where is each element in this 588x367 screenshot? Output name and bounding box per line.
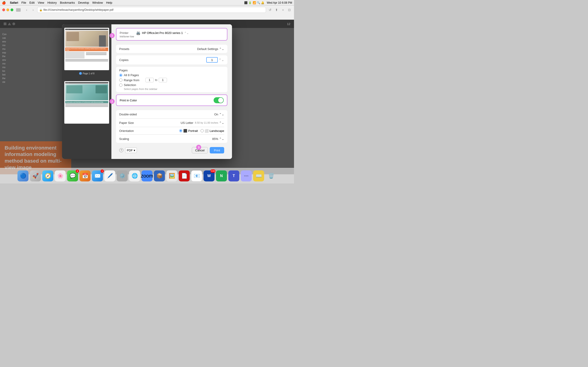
printer-name: Printer 🖨️ HP OfficeJet Pro 8020 series … [120, 31, 224, 35]
presets-chevron-icon[interactable]: ⌃⌄ [219, 47, 224, 51]
lock-icon: 🔒 [39, 8, 43, 11]
menu-file[interactable]: File [21, 1, 26, 4]
dock-mail[interactable]: ✉️ 1 [92, 170, 103, 181]
pdf-dropdown[interactable]: PDF ▾ [125, 148, 137, 153]
step-number-1: 1 [110, 33, 115, 38]
dock-finder[interactable]: 🔵 [17, 170, 28, 181]
menu-window[interactable]: Window [92, 1, 103, 4]
orientation-portrait[interactable]: ⬛ Portrait [179, 129, 198, 133]
print-dialog: Building environment information modelin… [62, 24, 232, 159]
help-button[interactable]: ? [119, 148, 123, 152]
dock-calendar[interactable]: 📅 [79, 170, 90, 181]
menu-edit[interactable]: Edit [29, 1, 35, 4]
back-button[interactable]: ‹ [24, 8, 29, 12]
double-sided-chevron-icon[interactable]: ⌃⌄ [219, 113, 224, 116]
pages-selection-row[interactable]: Selection [119, 83, 224, 87]
thumb-page-1[interactable]: Building environment information modelin… [64, 28, 109, 70]
new-tab-button[interactable]: + [281, 8, 285, 12]
range-to-label: to [155, 78, 157, 82]
scaling-value[interactable]: 85% ⌃⌄ [140, 137, 224, 141]
apple-menu[interactable]: 🍎 [2, 1, 6, 5]
paper-size-value[interactable]: US Letter 8.50 by 11.00 inches ⌃⌄ [140, 121, 224, 125]
printer-chevron-icon[interactable]: ⌃⌄ [184, 31, 189, 35]
dock-launchpad[interactable]: 🚀 [30, 170, 41, 181]
dock-safari[interactable]: 🧭 [42, 170, 53, 181]
window-controls[interactable] [2, 8, 13, 11]
dock-trash[interactable]: 🗑️ [266, 170, 277, 181]
pdf-label: PDF [127, 149, 133, 152]
reload-button[interactable]: ↺ [268, 8, 272, 12]
color-toggle[interactable] [214, 97, 224, 103]
portrait-icon: ⬛ [183, 129, 187, 133]
dock-dropbox[interactable]: 📦 [154, 170, 165, 181]
dock-numbers[interactable]: N [216, 170, 227, 181]
menu-help[interactable]: Help [106, 1, 112, 4]
app-menu-safari[interactable]: Safari [10, 1, 18, 4]
sidebar-toggle[interactable] [16, 8, 21, 12]
share-button[interactable]: ⬆ [274, 8, 279, 12]
copies-row: Copies ⌃⌄ [116, 55, 227, 65]
thumb-text-2 [65, 104, 108, 107]
thumb-text-1 [65, 59, 108, 62]
dock-settings[interactable]: ⚙️ [117, 170, 128, 181]
dock-photos[interactable]: 🌸 [55, 170, 66, 181]
menu-develop[interactable]: Develop [78, 1, 89, 4]
menu-view[interactable]: View [38, 1, 44, 4]
minimize-button[interactable] [6, 8, 9, 11]
dock-keystroke[interactable]: ⌨️ [253, 170, 264, 181]
forward-button[interactable]: › [31, 8, 35, 12]
page-preview-2[interactable]: Preservation and Inheritance of Architec… [64, 81, 109, 124]
copies-input[interactable] [206, 57, 218, 63]
range-to-input[interactable] [159, 78, 167, 82]
pages-range-radio[interactable] [119, 78, 122, 82]
orientation-row: Orientation ⬛ Portrait ⬜ [116, 127, 227, 134]
print-dialog-overlay: Building environment information modelin… [0, 20, 294, 174]
menu-history[interactable]: History [47, 1, 57, 4]
print-button[interactable]: Print [210, 147, 224, 153]
dock-freeform[interactable]: 🖊️ [104, 170, 115, 181]
paper-size-chevron-icon[interactable]: ⌃⌄ [219, 121, 224, 125]
orientation-options: ⬛ Portrait ⬜ Landscape [140, 129, 224, 133]
portrait-radio[interactable] [179, 129, 182, 132]
close-button[interactable] [2, 8, 5, 11]
step-number-2: 2 [110, 99, 115, 104]
dock-chrome[interactable]: 🌐 [129, 170, 140, 181]
presets-row: Presets Default Settings ⌃⌄ [116, 45, 227, 53]
pages-selection-radio[interactable] [119, 83, 122, 87]
range-from-input[interactable] [145, 78, 154, 82]
dock-acrobat[interactable]: 📄 [179, 170, 190, 181]
dock-outlook[interactable]: 📧 [191, 170, 202, 181]
sidebar-right-button[interactable]: ⊡ [287, 8, 292, 12]
landscape-radio[interactable] [200, 129, 204, 132]
page-check-icon: ✓ [79, 72, 82, 75]
preview-panel: Building environment information modelin… [62, 24, 111, 159]
pages-all-row[interactable]: All 8 Pages [119, 73, 224, 77]
portrait-radio-inner [180, 130, 182, 132]
presets-value[interactable]: Default Settings ⌃⌄ [140, 47, 224, 51]
maximize-button[interactable] [10, 8, 13, 11]
copies-stepper-icon[interactable]: ⌃⌄ [219, 58, 224, 62]
dock-word[interactable]: W 6,982 [204, 170, 215, 181]
browser-chrome: ‹ › 🔒 file:///Users/melissachaoyamfong/D… [0, 6, 294, 20]
url-text: file:///Users/melissachaoyamfong/Desktop… [43, 8, 113, 11]
scaling-chevron-icon[interactable]: ⌃⌄ [219, 137, 224, 141]
dock-zoom[interactable]: zoom [141, 170, 153, 181]
thumb-page-2[interactable]: Preservation and Inheritance of Architec… [64, 81, 109, 124]
pdf-chevron-icon[interactable]: ▾ [134, 149, 135, 152]
dock-messages[interactable]: 💬 2 [67, 170, 78, 181]
page-preview-1[interactable]: Building environment information modelin… [64, 28, 109, 70]
dock-wakatime[interactable]: ~~~ [241, 170, 252, 181]
radio-inner-all [120, 74, 122, 76]
pages-all-radio[interactable] [119, 74, 122, 77]
double-sided-value[interactable]: On ⌃⌄ [140, 113, 224, 116]
menu-bookmarks[interactable]: Bookmarks [60, 1, 75, 4]
dock-preview[interactable]: 🖼️ [166, 170, 177, 181]
thumb-teal-bar: Preservation and Inheritance of Architec… [65, 101, 108, 103]
address-bar[interactable]: 🔒 file:///Users/melissachaoyamfong/Deskt… [37, 7, 266, 13]
pages-range-row[interactable]: Range from to [119, 78, 224, 82]
dock-teams[interactable]: T [228, 170, 239, 181]
datetime: Wed Apr 10 6:08 PM [267, 1, 292, 4]
orientation-landscape[interactable]: ⬜ Landscape [200, 129, 224, 133]
presets-label: Presets [119, 47, 140, 51]
color-section-wrapper: Print in Color 2 [116, 94, 227, 108]
